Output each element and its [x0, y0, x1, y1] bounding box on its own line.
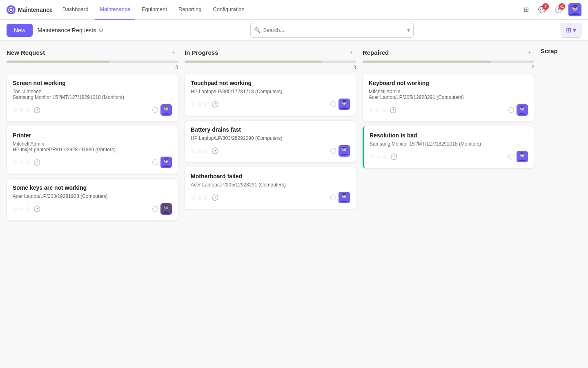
- card-resolution[interactable]: Resolution is bad Samsung Monitor 15"/MT…: [363, 126, 534, 168]
- kanban-view-btn[interactable]: ⊞ ▾: [561, 23, 581, 37]
- user-avatar-nav[interactable]: [568, 3, 581, 16]
- progress-fill-new-request: [7, 61, 109, 63]
- star-2[interactable]: ☆: [19, 159, 24, 166]
- star-1[interactable]: ☆: [13, 107, 18, 113]
- column-title-repaired: Repaired: [363, 49, 522, 56]
- clock-icon-touchpad[interactable]: 🕐: [212, 101, 218, 108]
- star-3[interactable]: ☆: [25, 107, 30, 113]
- star-3[interactable]: ☆: [203, 101, 208, 108]
- search-dropdown-icon[interactable]: ▾: [407, 27, 410, 33]
- search-bar[interactable]: 🔍 ▾: [250, 23, 414, 38]
- card-printer[interactable]: Printer Mitchell Admin HP Inkjet printer…: [7, 126, 178, 174]
- star-3[interactable]: ☆: [381, 107, 386, 113]
- card-title-motherboard: Motherboard failed: [191, 173, 350, 180]
- chat-icon-btn[interactable]: 💬 7: [536, 3, 549, 16]
- nav-configuration[interactable]: Configuration: [208, 0, 249, 20]
- star-3[interactable]: ☆: [25, 159, 30, 166]
- column-header-in-progress: In Progress +: [185, 47, 356, 57]
- new-button[interactable]: New: [7, 24, 33, 37]
- svg-point-40: [521, 108, 522, 108]
- nav-equipment[interactable]: Equipment: [137, 0, 172, 20]
- activity-icon-btn[interactable]: 🕐 41: [552, 3, 565, 16]
- nav-logo[interactable]: Maintenance: [7, 5, 53, 14]
- svg-point-1: [10, 9, 12, 11]
- card-footer-screen: ☆ ☆ ☆ 🕐: [13, 104, 172, 116]
- card-battery[interactable]: Battery drains fast HP Laptop/LP/303/282…: [185, 120, 356, 163]
- radio-screen[interactable]: [152, 107, 158, 113]
- search-input[interactable]: [263, 27, 405, 33]
- settings-icon[interactable]: ⚙: [98, 27, 104, 34]
- card-equipment-resolution: Samsung Monitor 15"/MT/127/18291018 (Mon…: [370, 141, 528, 147]
- star-1[interactable]: ☆: [191, 194, 196, 201]
- star-1[interactable]: ☆: [370, 153, 375, 160]
- clock-icon-screen[interactable]: 🕐: [33, 107, 40, 113]
- column-new-request: New Request + 3 Screen not working Toni …: [7, 47, 178, 225]
- star-2[interactable]: ☆: [197, 148, 202, 154]
- avatar-battery: [339, 145, 350, 157]
- radio-somekeys[interactable]: [152, 206, 158, 212]
- star-1[interactable]: ☆: [369, 107, 374, 113]
- card-some-keys[interactable]: Some keys are not working Acer Laptop/LP…: [7, 178, 178, 221]
- card-footer-right-touchpad: [330, 99, 350, 110]
- column-add-in-progress[interactable]: +: [346, 47, 356, 57]
- card-title-touchpad: Touchpad not working: [191, 80, 350, 86]
- sub-header: New Maintenance Requests ⚙ 🔍 ▾ ⊞ ▾: [0, 20, 588, 41]
- star-2[interactable]: ☆: [19, 206, 24, 212]
- column-add-repaired[interactable]: +: [524, 47, 534, 57]
- apps-icon-btn[interactable]: ⊞: [519, 3, 532, 16]
- avatar-resolution: [517, 151, 528, 162]
- star-3[interactable]: ☆: [25, 206, 30, 212]
- star-2[interactable]: ☆: [375, 107, 380, 113]
- star-1[interactable]: ☆: [13, 206, 18, 212]
- svg-rect-27: [342, 100, 346, 102]
- star-2[interactable]: ☆: [197, 101, 202, 108]
- star-1[interactable]: ☆: [13, 159, 18, 166]
- column-title-scrap: Scrap: [541, 47, 588, 54]
- star-3[interactable]: ☆: [203, 194, 208, 201]
- star-2[interactable]: ☆: [19, 107, 24, 113]
- clock-icon-somekeys[interactable]: 🕐: [33, 206, 40, 212]
- nav-dashboard[interactable]: Dashboard: [58, 0, 94, 20]
- card-keyboard[interactable]: Keyboard not working Mitchell Admin Acer…: [363, 74, 534, 122]
- radio-touchpad[interactable]: [330, 101, 336, 107]
- activity-badge: 41: [559, 3, 565, 10]
- card-touchpad[interactable]: Touchpad not working HP Laptop/LP/305/17…: [185, 74, 356, 116]
- radio-battery[interactable]: [330, 148, 336, 154]
- clock-icon-resolution[interactable]: 🕐: [390, 153, 397, 160]
- top-navigation: Maintenance Dashboard Maintenance Equipm…: [0, 0, 588, 20]
- card-footer-printer: ☆ ☆ ☆ 🕐: [13, 157, 172, 168]
- card-equipment-battery: HP Laptop/LP/303/28292090 (Computers): [191, 135, 350, 141]
- svg-rect-42: [520, 106, 524, 108]
- breadcrumb: Maintenance Requests ⚙: [38, 27, 104, 34]
- radio-resolution[interactable]: [508, 154, 514, 159]
- clock-icon-battery[interactable]: 🕐: [212, 148, 218, 154]
- card-footer-battery: ☆ ☆ ☆ 🕐: [191, 145, 350, 157]
- star-2[interactable]: ☆: [376, 153, 381, 160]
- star-1[interactable]: ☆: [191, 101, 196, 108]
- clock-icon-motherboard[interactable]: 🕐: [212, 194, 218, 201]
- logo-text: Maintenance: [18, 7, 53, 13]
- stars-keyboard: ☆ ☆ ☆: [369, 107, 386, 113]
- card-footer-right-printer: [152, 157, 172, 168]
- avatar-printer: [160, 157, 172, 168]
- clock-icon-printer[interactable]: 🕐: [33, 159, 40, 166]
- svg-rect-22: [164, 204, 165, 206]
- star-3[interactable]: ☆: [203, 148, 208, 154]
- nav-maintenance[interactable]: Maintenance: [95, 0, 135, 20]
- radio-motherboard[interactable]: [330, 195, 336, 200]
- star-3[interactable]: ☆: [382, 153, 387, 160]
- svg-point-31: [345, 148, 345, 149]
- card-title-somekeys: Some keys are not working: [13, 184, 172, 191]
- svg-point-45: [521, 154, 522, 155]
- nav-reporting[interactable]: Reporting: [174, 0, 206, 20]
- stars-resolution: ☆ ☆ ☆: [370, 153, 387, 160]
- radio-printer[interactable]: [152, 159, 158, 165]
- avatar-somekeys: [160, 203, 172, 215]
- card-screen-not-working[interactable]: Screen not working Toni Jimenez Samsung …: [7, 74, 178, 122]
- column-add-new-request[interactable]: +: [168, 47, 178, 57]
- star-1[interactable]: ☆: [191, 148, 196, 154]
- radio-keyboard[interactable]: [508, 107, 514, 113]
- star-2[interactable]: ☆: [197, 194, 202, 201]
- card-motherboard[interactable]: Motherboard failed Acer Laptop/LP/205/12…: [185, 167, 356, 209]
- clock-icon-keyboard[interactable]: 🕐: [390, 107, 396, 113]
